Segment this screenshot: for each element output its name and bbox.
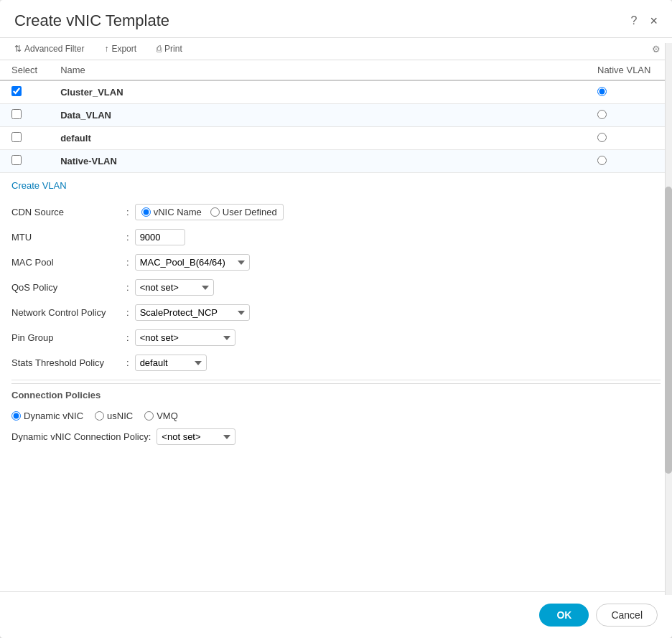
select-cell xyxy=(0,104,49,127)
vlan-table: Select Name Native VLAN Cluster_VLAN Dat… xyxy=(0,60,672,173)
create-vlan-link[interactable]: Create VLAN xyxy=(0,173,672,198)
vmq-option[interactable]: VMQ xyxy=(144,411,178,421)
network-control-policy-label: Network Control Policy xyxy=(11,307,126,318)
native-vlan-cell xyxy=(586,150,672,173)
native-vlan-column-header: Native VLAN xyxy=(586,60,672,80)
name-column-header: Name xyxy=(49,60,586,80)
native-vlan-radio-0[interactable] xyxy=(597,87,607,96)
connection-policies-header: Connection Policies xyxy=(11,383,661,403)
connection-type-radio-group: Dynamic vNIC usNIC VMQ xyxy=(11,411,661,421)
name-cell: default xyxy=(49,127,586,150)
print-button[interactable]: ⎙ Print xyxy=(154,42,185,55)
table-row: default xyxy=(0,127,672,150)
native-vlan-radio-2[interactable] xyxy=(597,133,607,142)
cdn-source-label: CDN Source xyxy=(11,207,126,217)
network-control-policy-row: Network Control Policy : ScaleProtect_NC… xyxy=(11,304,661,321)
qos-policy-label: QoS Policy xyxy=(11,282,126,293)
mac-pool-select[interactable]: MAC_Pool_B(64/64) xyxy=(135,254,250,271)
pin-group-label: Pin Group xyxy=(11,332,126,343)
row-checkbox-2[interactable] xyxy=(11,132,22,142)
mac-pool-label: MAC Pool xyxy=(11,257,126,268)
dynamic-vnic-option[interactable]: Dynamic vNIC xyxy=(11,411,83,421)
ok-button[interactable]: OK xyxy=(539,604,589,627)
select-cell xyxy=(0,127,49,150)
qos-policy-row: QoS Policy : <not set> xyxy=(11,279,661,296)
help-button[interactable]: ? xyxy=(627,13,642,29)
export-icon: ↑ xyxy=(104,44,108,54)
toolbar: ⇅ Advanced Filter ↑ Export ⎙ Print ⚙ xyxy=(0,37,672,60)
advanced-filter-button[interactable]: ⇅ Advanced Filter xyxy=(11,42,87,55)
name-cell: Native-VLAN xyxy=(49,150,586,173)
dynamic-connection-policy-row: Dynamic vNIC Connection Policy : <not se… xyxy=(11,428,661,445)
usnic-option[interactable]: usNIC xyxy=(95,411,133,421)
row-checkbox-1[interactable] xyxy=(11,109,22,119)
settings-icon[interactable]: ⚙ xyxy=(652,44,661,55)
native-vlan-cell xyxy=(586,104,672,127)
dialog-title: Create vNIC Template xyxy=(14,11,169,30)
mtu-row: MTU : xyxy=(11,229,661,245)
stats-threshold-policy-label: Stats Threshold Policy xyxy=(11,357,126,368)
table-row: Data_VLAN xyxy=(0,104,672,127)
name-cell: Cluster_VLAN xyxy=(49,80,586,104)
select-cell xyxy=(0,150,49,173)
cdn-user-defined-option[interactable]: User Defined xyxy=(210,207,277,217)
dynamic-connection-policy-label: Dynamic vNIC Connection Policy xyxy=(11,431,149,442)
select-column-header: Select xyxy=(0,60,49,80)
pin-group-select[interactable]: <not set> xyxy=(135,329,235,346)
cdn-vnic-name-option[interactable]: vNIC Name xyxy=(141,207,202,217)
header-icons: ? × xyxy=(627,13,658,29)
cdn-source-radio-group: vNIC Name User Defined xyxy=(135,204,284,220)
cdn-source-row: CDN Source : vNIC Name User Defined xyxy=(11,204,661,220)
stats-threshold-policy-row: Stats Threshold Policy : default xyxy=(11,355,661,371)
filter-icon: ⇅ xyxy=(14,44,22,54)
pin-group-row: Pin Group : <not set> xyxy=(11,329,661,346)
mtu-label: MTU xyxy=(11,232,126,243)
network-control-policy-select[interactable]: ScaleProtect_NCP xyxy=(135,304,250,321)
native-vlan-cell xyxy=(586,127,672,150)
table-row: Cluster_VLAN xyxy=(0,80,672,104)
native-vlan-radio-1[interactable] xyxy=(597,110,607,119)
create-vnic-template-dialog: Create vNIC Template ? × ⇅ Advanced Filt… xyxy=(0,0,672,638)
dialog-header: Create vNIC Template ? × xyxy=(0,0,672,37)
table-row: Native-VLAN xyxy=(0,150,672,173)
scrollbar-thumb[interactable] xyxy=(665,187,672,474)
native-vlan-radio-3[interactable] xyxy=(597,156,607,165)
form-section: CDN Source : vNIC Name User Defined MTU xyxy=(0,198,672,465)
qos-policy-select[interactable]: <not set> xyxy=(135,279,214,296)
print-icon: ⎙ xyxy=(157,44,162,54)
dialog-footer: OK Cancel xyxy=(0,591,672,638)
mtu-input[interactable] xyxy=(135,229,185,245)
connection-policies-divider xyxy=(11,380,661,380)
dynamic-connection-policy-select[interactable]: <not set> xyxy=(157,428,235,445)
export-button[interactable]: ↑ Export xyxy=(101,42,139,55)
name-cell: Data_VLAN xyxy=(49,104,586,127)
stats-threshold-policy-select[interactable]: default xyxy=(135,355,207,371)
cancel-button[interactable]: Cancel xyxy=(596,604,658,627)
native-vlan-cell xyxy=(586,80,672,104)
select-cell xyxy=(0,80,49,104)
row-checkbox-3[interactable] xyxy=(11,155,22,165)
mac-pool-row: MAC Pool : MAC_Pool_B(64/64) xyxy=(11,254,661,271)
close-button[interactable]: × xyxy=(650,14,658,29)
scrollbar[interactable] xyxy=(665,43,672,595)
row-checkbox-0[interactable] xyxy=(11,86,22,96)
